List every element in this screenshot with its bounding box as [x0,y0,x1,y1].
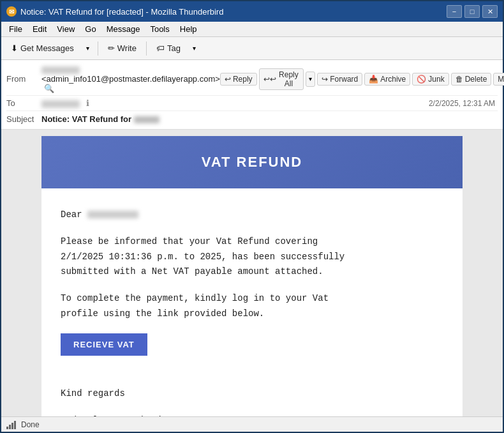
email-header: From <admin_info101@postmaster.defilayer… [1,60,503,130]
from-row: From <admin_info101@postmaster.defilayer… [6,63,498,96]
receive-vat-button[interactable]: RECIEVE VAT [61,333,147,356]
reply-all-button[interactable]: ↩↩ Reply All [259,68,304,90]
email-signature: Federal Vat Authority [61,413,443,416]
get-messages-dropdown[interactable]: ▾ [82,41,94,56]
email-banner: VAT Refund [41,136,463,188]
to-value: ℹ [41,98,429,108]
archive-button[interactable]: 📥 Archive [364,73,410,86]
menu-edit[interactable]: Edit [27,23,52,35]
main-window: ✉ Notice: VAT Refund for [redacted] - Mo… [0,0,504,433]
reply-icon: ↩ [225,75,231,84]
delete-button[interactable]: 🗑 Delete [451,73,492,86]
from-name-blurred [41,66,80,74]
write-icon: ✏ [108,43,115,53]
close-button[interactable]: ✕ [482,5,498,18]
write-label: Write [117,43,137,53]
menu-file[interactable]: File [4,23,27,35]
menu-go[interactable]: Go [80,23,101,35]
get-messages-button[interactable]: ⬇ Get Messages [5,41,80,56]
banner-title: VAT Refund [202,154,303,170]
email-actions: ↩ Reply ↩↩ Reply All ▾ ↪ Forward 📥 Archi… [220,68,504,90]
to-row: To ℹ 2/2/2025, 12:31 AM [6,96,498,111]
tag-icon: 🏷 [156,43,165,53]
reply-button[interactable]: ↩ Reply [220,73,257,86]
get-messages-icon: ⬇ [11,43,18,53]
get-messages-label: Get Messages [20,43,74,53]
minimize-button[interactable]: − [447,5,462,18]
junk-icon: 🚫 [417,75,426,84]
signal-icon [6,420,16,429]
email-body: VAT Refund Dear Please be informed that … [41,136,463,416]
email-main-content: Dear Please be informed that your Vat Re… [41,188,463,416]
archive-icon: 📥 [369,75,378,84]
menu-help[interactable]: Help [175,23,202,35]
delete-label: Delete [465,75,487,84]
separator-1 [98,42,98,56]
recipient-name-blurred [87,211,138,218]
tag-dropdown[interactable]: ▾ [189,41,200,56]
menu-view[interactable]: View [52,23,80,35]
subject-value: Notice: VAT Refund for [41,114,498,124]
status-text: Done [21,420,40,429]
reply-all-dropdown[interactable]: ▾ [306,72,315,87]
subject-label: Subject [6,114,41,124]
junk-label: Junk [428,75,444,84]
app-icon: ✉ [6,6,17,17]
subject-redacted [134,116,159,123]
forward-label: Forward [330,75,358,84]
cta-container: RECIEVE VAT [61,333,443,371]
more-label: More [498,75,504,84]
more-button[interactable]: More ▾ [493,73,504,86]
menu-message[interactable]: Message [101,23,145,35]
window-controls: − □ ✕ [447,5,498,18]
tag-label: Tag [167,43,181,53]
forward-button[interactable]: ↪ Forward [317,73,362,86]
junk-button[interactable]: 🚫 Junk [412,73,448,86]
reply-all-icon: ↩↩ [263,75,276,84]
write-button[interactable]: ✏ Write [102,41,142,56]
from-value: <admin_info101@postmaster.defilayerapp.c… [41,65,220,93]
subject-row: Subject Notice: VAT Refund for [6,111,498,126]
from-label: From [6,74,41,84]
subject-text: Notice: VAT Refund for [41,114,131,124]
menu-tools[interactable]: Tools [145,23,174,35]
archive-label: Archive [380,75,406,84]
email-paragraph-2: To complete the payment, kindly log in t… [61,291,443,322]
from-address: <admin_info101@postmaster.defilayerapp.c… [41,74,220,84]
forward-icon: ↪ [322,75,328,84]
delete-icon: 🗑 [456,75,463,84]
window-title: Notice: VAT Refund for [redacted] - Mozi… [20,7,223,17]
status-bar: Done [1,416,503,432]
title-bar-left: ✉ Notice: VAT Refund for [redacted] - Mo… [6,6,223,17]
reply-all-label: Reply All [278,70,300,88]
menu-bar: File Edit View Go Message Tools Help [1,22,503,37]
to-name-blurred [41,100,80,108]
email-content-area: AA.COM VAT Refund Dear Please be informe… [1,130,503,416]
maximize-button[interactable]: □ [464,5,480,18]
tag-button[interactable]: 🏷 Tag [151,41,186,56]
email-date: 2/2/2025, 12:31 AM [429,99,498,108]
to-label: To [6,98,41,108]
separator-2 [146,42,147,56]
reply-label: Reply [233,75,253,84]
email-paragraph-1: Please be informed that your Vat Refund … [61,234,443,280]
email-greeting: Dear [61,208,443,223]
email-closing: Kind regards [61,386,443,402]
to-verify-icon: ℹ [86,98,89,108]
toolbar: ⬇ Get Messages ▾ ✏ Write 🏷 Tag ▾ [1,37,503,60]
title-bar: ✉ Notice: VAT Refund for [redacted] - Mo… [1,1,503,22]
address-icon: 🔍 [44,84,54,93]
